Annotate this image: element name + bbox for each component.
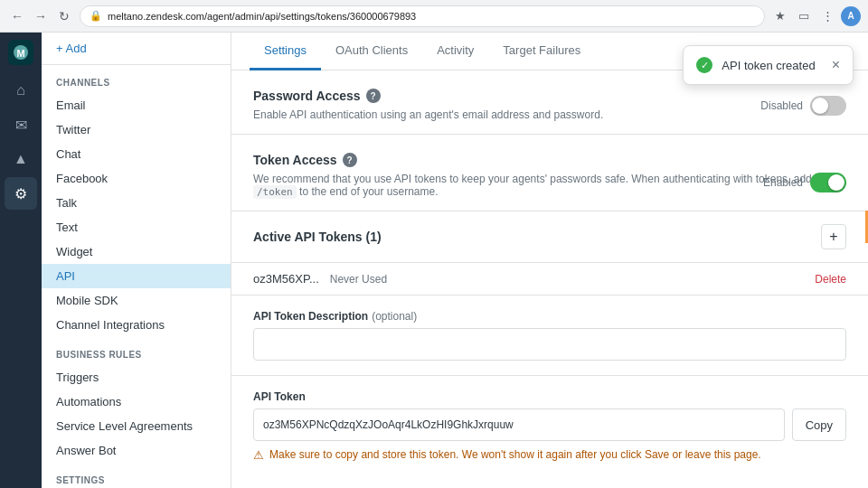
address-bar[interactable]: 🔒 meltano.zendesk.com/agent/admin/api/se… (80, 5, 765, 27)
extensions-button[interactable]: ▭ (794, 6, 814, 26)
tab-oauth-clients[interactable]: OAuth Clients (321, 33, 422, 70)
svg-text:M: M (16, 48, 24, 59)
tab-settings[interactable]: Settings (250, 33, 321, 70)
toggle-knob (812, 98, 828, 114)
token-name: oz3M56XP... (253, 272, 319, 286)
token-access-toggle-label: Enabled (763, 176, 803, 189)
back-button[interactable]: ← (7, 6, 27, 26)
token-access-title: Token Access ? (253, 153, 846, 167)
more-button[interactable]: ⋮ (817, 6, 837, 26)
tokens-title: Active API Tokens (1) (253, 230, 382, 244)
nav-chart-icon[interactable]: ▲ (5, 143, 37, 175)
sidebar-item-talk[interactable]: Talk (42, 191, 231, 215)
warning-message: Make sure to copy and store this token. … (269, 448, 761, 461)
api-token-description-label: API Token Description (optional) (253, 310, 846, 323)
tab-activity[interactable]: Activity (422, 33, 488, 70)
token-access-toggle[interactable] (810, 173, 846, 192)
action-row: Close Save (231, 476, 868, 488)
toast-message: API token created (722, 59, 815, 72)
api-token-label: API Token (253, 390, 846, 403)
active-tokens-header: Active API Tokens (1) + (231, 211, 868, 262)
sidebar-item-text[interactable]: Text (42, 215, 231, 239)
settings-section-label: SETTINGS (42, 463, 231, 488)
api-token-description-section: API Token Description (optional) (231, 295, 868, 375)
sidebar: + Add CHANNELS Email Twitter Chat Facebo… (42, 33, 231, 488)
nav-logo[interactable]: M (8, 40, 33, 65)
app-container: M ⌂ ✉ ▲ ⚙ + Add CHANNELS Email Twitter C… (0, 33, 868, 488)
toast-check-icon: ✓ (696, 57, 712, 73)
sidebar-item-mobile-sdk[interactable]: Mobile SDK (42, 288, 231, 313)
browser-bar: ← → ↻ 🔒 meltano.zendesk.com/agent/admin/… (0, 0, 868, 33)
browser-controls: ← → ↻ (7, 6, 74, 26)
sidebar-item-chat[interactable]: Chat (42, 142, 231, 166)
browser-actions: ★ ▭ ⋮ A (770, 6, 861, 26)
sidebar-item-facebook[interactable]: Facebook (42, 166, 231, 191)
copy-button[interactable]: Copy (792, 408, 846, 441)
optional-label: (optional) (372, 310, 417, 323)
warning-text: ⚠ Make sure to copy and store this token… (253, 448, 846, 462)
add-label: + Add (56, 42, 87, 55)
url-text: meltano.zendesk.com/agent/admin/api/sett… (108, 11, 416, 22)
toast-notification: ✓ API token created × (683, 45, 854, 85)
tab-target-failures[interactable]: Target Failures (488, 33, 595, 70)
token-access-section: Token Access ? We recommend that you use… (231, 135, 868, 211)
toast-close-button[interactable]: × (832, 58, 840, 72)
warning-icon: ⚠ (253, 448, 264, 462)
token-delete-button[interactable]: Delete (815, 273, 846, 286)
nav-home-icon[interactable]: ⌂ (5, 74, 37, 107)
nav-rail: M ⌂ ✉ ▲ ⚙ (0, 33, 42, 488)
refresh-button[interactable]: ↻ (54, 6, 74, 26)
sidebar-item-api[interactable]: API (42, 264, 231, 288)
nav-inbox-icon[interactable]: ✉ (5, 108, 37, 141)
sidebar-item-widget[interactable]: Widget (42, 239, 231, 264)
password-access-toggle[interactable] (810, 96, 846, 116)
business-rules-section-label: BUSINESS RULES (42, 337, 231, 365)
channels-section-label: CHANNELS (42, 65, 231, 93)
sidebar-item-automations[interactable]: Automations (42, 389, 231, 414)
bookmark-button[interactable]: ★ (770, 6, 790, 26)
api-token-value-input[interactable] (253, 408, 785, 441)
api-token-section: API Token Copy ⚠ Make sure to copy and s… (231, 375, 868, 476)
token-row: oz3M56XP... Never Used Delete (231, 262, 868, 295)
content-area: ✓ API token created × Settings OAuth Cli… (231, 33, 868, 488)
nav-settings-icon[interactable]: ⚙ (5, 177, 37, 210)
main-content: ✓ API token created × Settings OAuth Cli… (231, 33, 868, 488)
password-access-help-icon[interactable]: ? (366, 89, 381, 103)
forward-button[interactable]: → (31, 6, 51, 26)
token-status: Never Used (330, 273, 387, 286)
sidebar-item-sla[interactable]: Service Level Agreements (42, 414, 231, 438)
token-display-row: Copy (253, 408, 846, 441)
token-access-help-icon[interactable]: ? (343, 153, 357, 167)
token-code: /token (253, 185, 297, 199)
sidebar-item-twitter[interactable]: Twitter (42, 117, 231, 142)
lock-icon: 🔒 (90, 10, 102, 22)
add-button[interactable]: + Add (42, 33, 231, 65)
add-token-button[interactable]: + (821, 224, 846, 249)
sidebar-item-channel-integrations[interactable]: Channel Integrations (42, 313, 231, 337)
profile-avatar[interactable]: A (841, 6, 861, 26)
sidebar-item-email[interactable]: Email (42, 93, 231, 117)
sidebar-item-triggers[interactable]: Triggers (42, 365, 231, 389)
toggle-knob-on (828, 174, 844, 191)
api-token-description-input[interactable] (253, 328, 846, 361)
password-access-toggle-label: Disabled (760, 99, 803, 112)
sidebar-item-answer-bot[interactable]: Answer Bot (42, 438, 231, 463)
